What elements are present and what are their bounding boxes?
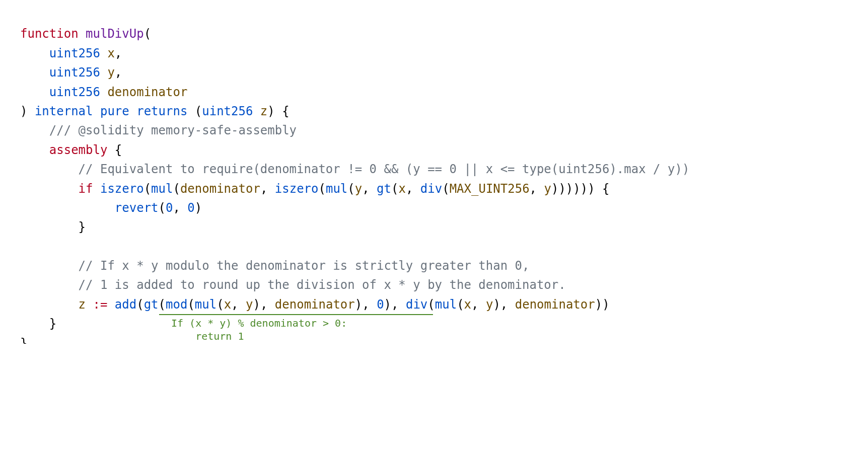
code-block: function mulDivUp( uint256 x, uint256 y,… [0,0,868,344]
line-8: // Equivalent to require(denominator != … [20,162,689,176]
line-6: /// @solidity memory-safe-assembly [20,123,297,137]
line-14: // 1 is added to round up the division o… [20,278,566,292]
green-annotation-text: If (x * y) % denominator > 0: return 1 e… [171,317,347,344]
line-10: revert(0, 0) [20,201,202,215]
line-2: uint256 x, [20,46,122,60]
line-9: if iszero(mul(denominator, iszero(mul(y,… [20,182,610,196]
line-13: // If x * y modulo the denominator is st… [20,259,529,273]
line-3: uint256 y, [20,65,122,80]
line-7: assembly { [20,143,122,157]
line-16: } [20,317,56,331]
line-4: uint256 denominator [20,85,187,99]
line-15: z := add(gt(mod(mul(x, y), denominator),… [20,297,610,312]
line-11: } [20,220,86,234]
line-5: ) internal pure returns (uint256 z) { [20,104,290,118]
green-underline [159,314,433,315]
line-1: function mulDivUp( [20,27,151,41]
line-17: } [20,336,27,344]
